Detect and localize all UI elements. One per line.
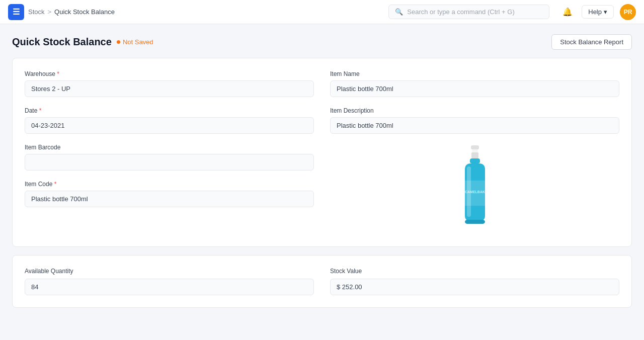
form-right: Item Name Item Description	[330, 70, 619, 234]
item-description-input[interactable]	[330, 117, 619, 134]
notifications-button[interactable]: 🔔	[559, 4, 576, 20]
svg-rect-2	[471, 152, 478, 158]
stock-value-group: Stock Value $ 252.00	[330, 268, 619, 295]
item-image-container: CAMELBAK	[330, 144, 619, 234]
page-header: Quick Stock Balance Not Saved Stock Bala…	[0, 24, 644, 58]
date-input[interactable]	[25, 117, 314, 134]
item-code-required: *	[54, 181, 57, 188]
breadcrumb: Stock > Quick Stock Balance	[28, 8, 115, 16]
item-barcode-input[interactable]	[25, 154, 314, 171]
stock-value-label: Stock Value	[330, 268, 619, 275]
available-qty-group: Available Quantity 84	[25, 268, 314, 295]
breadcrumb-current: Quick Stock Balance	[54, 8, 115, 16]
warehouse-label: Warehouse *	[25, 70, 314, 77]
chevron-down-icon: ▾	[604, 8, 607, 16]
not-saved-dot	[117, 40, 120, 44]
report-button-label: Stock Balance Report	[560, 38, 623, 46]
svg-rect-8	[465, 220, 485, 224]
stock-balance-report-button[interactable]: Stock Balance Report	[551, 34, 632, 50]
form-grid: Warehouse * Date * Item Barcode	[25, 70, 619, 234]
item-description-group: Item Description	[330, 107, 619, 134]
help-label: Help	[588, 8, 602, 16]
app-logo[interactable]: ☰	[8, 4, 24, 20]
not-saved-badge: Not Saved	[117, 38, 153, 46]
page-title-group: Quick Stock Balance Not Saved	[12, 36, 153, 48]
item-code-label: Item Code *	[25, 181, 314, 188]
avatar[interactable]: PR	[620, 4, 636, 20]
stock-value-value: $ 252.00	[330, 279, 619, 295]
available-qty-value: 84	[25, 279, 314, 295]
item-code-input[interactable]	[25, 191, 314, 207]
svg-rect-3	[470, 158, 480, 163]
breadcrumb-stock[interactable]: Stock	[28, 8, 45, 16]
date-label: Date *	[25, 107, 314, 114]
date-required: *	[39, 107, 42, 114]
item-barcode-group: Item Barcode	[25, 144, 314, 171]
warehouse-group: Warehouse *	[25, 70, 314, 97]
warehouse-input[interactable]	[25, 80, 314, 97]
summary-card: Available Quantity 84 Stock Value $ 252.…	[12, 255, 632, 308]
svg-text:CAMELBAK: CAMELBAK	[464, 190, 485, 194]
item-barcode-label: Item Barcode	[25, 144, 314, 151]
main-content: Warehouse * Date * Item Barcode	[0, 58, 644, 328]
breadcrumb-sep-1: >	[48, 8, 52, 16]
page-title: Quick Stock Balance	[12, 36, 112, 48]
item-image: CAMELBAK	[457, 145, 493, 233]
item-code-group: Item Code *	[25, 181, 314, 207]
svg-rect-1	[472, 149, 478, 152]
topbar: ☰ Stock > Quick Stock Balance 🔍 Search o…	[0, 0, 644, 24]
topbar-actions: 🔔 Help ▾ PR	[559, 4, 636, 20]
svg-rect-0	[471, 145, 479, 149]
item-description-label: Item Description	[330, 107, 619, 114]
avatar-initials: PR	[624, 9, 632, 16]
form-left: Warehouse * Date * Item Barcode	[25, 70, 314, 234]
item-name-label: Item Name	[330, 70, 619, 77]
logo-icon: ☰	[13, 7, 20, 17]
item-name-input[interactable]	[330, 80, 619, 97]
search-bar[interactable]: 🔍 Search or type a command (Ctrl + G)	[388, 5, 549, 19]
bell-icon: 🔔	[562, 7, 573, 17]
summary-grid: Available Quantity 84 Stock Value $ 252.…	[25, 268, 619, 295]
search-icon: 🔍	[395, 8, 403, 16]
warehouse-required: *	[57, 70, 59, 77]
item-name-group: Item Name	[330, 70, 619, 97]
date-group: Date *	[25, 107, 314, 134]
form-card: Warehouse * Date * Item Barcode	[12, 58, 632, 247]
available-qty-label: Available Quantity	[25, 268, 314, 275]
not-saved-label: Not Saved	[123, 38, 153, 46]
search-placeholder-text: Search or type a command (Ctrl + G)	[407, 8, 515, 16]
help-button[interactable]: Help ▾	[582, 5, 614, 19]
